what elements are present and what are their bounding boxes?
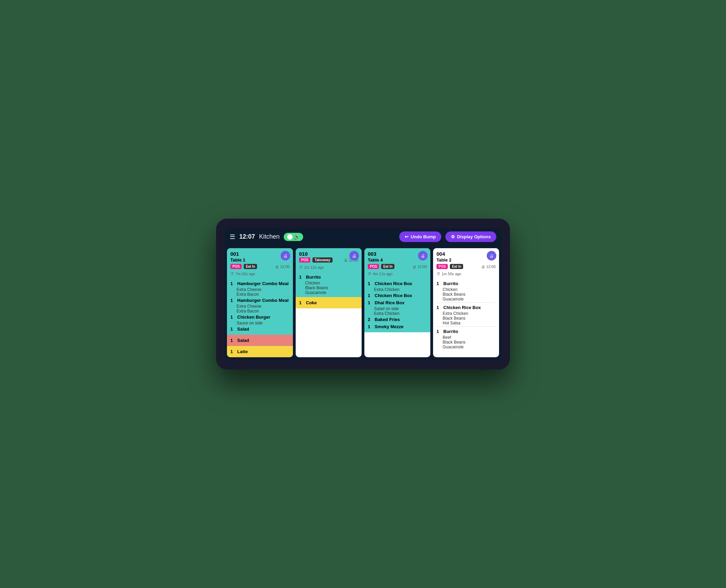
- card-elapsed-003: ⏱ 4m 11s ago: [364, 272, 430, 278]
- card-time-003: 🖨 12:00: [413, 265, 427, 269]
- item-qty: 1: [230, 281, 235, 286]
- item-modifier: Guacamole: [436, 297, 496, 302]
- header: ☰ 12:07 Kitchen 🔊 ↩ Undo Bump ⚙ Display …: [224, 228, 502, 245]
- header-title: Kitchen: [259, 233, 280, 240]
- section-001-0: 1 Hamburger Combo Meal Extra CheeseExtra…: [227, 278, 293, 335]
- card-meta-004: POS Eat In 🖨 12:00: [436, 264, 496, 269]
- item-modifier: Black Beans: [436, 340, 496, 345]
- badge-pos-001: POS: [230, 264, 242, 269]
- order-table-004: Table 2: [436, 257, 496, 263]
- item-name: Dhal Rice Box: [375, 300, 404, 305]
- item-row: 1 Burrito: [436, 328, 496, 335]
- item-modifier: Chicken: [436, 287, 496, 292]
- item-modifier: Extra Chicken: [368, 287, 427, 292]
- display-options-button[interactable]: ⚙ Display Options: [445, 231, 496, 242]
- card-elapsed-010: ⏱ 1m 12s ago: [296, 265, 362, 271]
- print-icon-001[interactable]: 🖨: [281, 251, 290, 260]
- elapsed-icon-004: ⏱: [436, 272, 440, 276]
- item-name: Hamburger Combo Meal: [237, 298, 288, 303]
- item-name: Burrito: [306, 275, 321, 280]
- item-name: Burrito: [443, 281, 458, 286]
- item-modifier: Black Beans: [436, 316, 496, 321]
- item-name: Chicken Rice Box: [375, 281, 412, 286]
- item-qty: 1: [368, 300, 373, 305]
- item-qty: 1: [299, 275, 304, 280]
- item-name: Coke: [306, 300, 317, 305]
- clock-icon-010: 🖨: [344, 258, 348, 262]
- print-icon-004[interactable]: 🖨: [487, 251, 496, 260]
- clock-icon-004: 🖨: [481, 265, 485, 269]
- order-card-004[interactable]: 004 Table 2 POS Eat In 🖨 12:00 🖨 ⏱ 1m 50…: [433, 248, 499, 357]
- order-card-003[interactable]: 003 Table 4 POS Eat In 🖨 12:00 🖨 ⏱ 4m 11…: [364, 248, 430, 357]
- order-card-010[interactable]: 010 POS Takeaway 🖨 12:00 🖨 ⏱ 1m 12s ago …: [296, 248, 362, 357]
- item-qty: 1: [230, 315, 235, 320]
- item-modifier: Guacamole: [436, 345, 496, 349]
- item-row: 2 Baked Fries: [368, 316, 427, 323]
- badge-pos-010: POS: [299, 257, 310, 263]
- item-modifier: Extra Cheese: [230, 287, 290, 292]
- badge-type-001: Eat In: [244, 264, 257, 269]
- undo-icon: ↩: [405, 234, 408, 239]
- elapsed-icon-010: ⏱: [299, 265, 303, 269]
- item-qty: 1: [436, 305, 441, 310]
- undo-bump-button[interactable]: ↩ Undo Bump: [399, 231, 441, 242]
- item-modifier: Extra Bacon: [230, 309, 290, 313]
- item-qty: 1: [230, 298, 235, 303]
- section-004-0: 1 Burrito ChickenBlack BeansGuacamole 1 …: [433, 278, 499, 351]
- elapsed-icon-001: ⏱: [230, 272, 234, 276]
- elapsed-icon-003: ⏱: [368, 272, 372, 276]
- item-qty: 1: [230, 349, 235, 354]
- card-header-001: 001 Table 1 POS Eat In 🖨 12:00 🖨: [227, 248, 293, 272]
- section-001-2: 1 Latte: [227, 346, 293, 357]
- card-meta-003: POS Eat In 🖨 12:00: [368, 264, 427, 269]
- item-modifier: Salad on side: [368, 306, 427, 311]
- section-003-0: 1 Chicken Rice Box Extra Chicken 1 Chick…: [364, 278, 430, 332]
- item-modifier: Beef: [436, 335, 496, 340]
- item-row: 1 Chicken Rice Box: [368, 292, 427, 299]
- sound-toggle[interactable]: 🔊: [284, 233, 303, 241]
- item-row: 1 Chicken Burger: [230, 313, 290, 321]
- item-name: Smoky Mezze: [375, 324, 404, 329]
- card-time-004: 🖨 12:00: [481, 265, 496, 269]
- item-modifier: Extra Chicken: [436, 311, 496, 316]
- badge-type-004: Eat In: [450, 264, 463, 269]
- item-modifier: Extra Cheese: [230, 304, 290, 309]
- hamburger-icon[interactable]: ☰: [230, 233, 235, 241]
- print-icon-003[interactable]: 🖨: [418, 251, 428, 260]
- item-modifier: Black Beans: [299, 285, 358, 290]
- print-icon-010[interactable]: 🖨: [349, 251, 359, 260]
- speaker-icon: 🔊: [294, 234, 300, 240]
- item-row: 1 Hamburger Combo Meal: [230, 280, 290, 287]
- item-qty: 1: [299, 300, 304, 305]
- item-qty: 1: [368, 281, 373, 286]
- item-modifier: Guacamole: [299, 290, 358, 295]
- card-elapsed-001: ⏱ 7m 02s ago: [227, 272, 293, 278]
- item-row: 1 Salad: [230, 325, 290, 333]
- item-name: Salad: [237, 338, 249, 343]
- badge-type-003: Eat In: [381, 264, 394, 269]
- item-row: 1 Latte: [230, 348, 290, 355]
- badge-pos-004: POS: [436, 264, 448, 269]
- card-header-004: 004 Table 2 POS Eat In 🖨 12:00 🖨: [433, 248, 499, 272]
- item-qty: 1: [368, 324, 373, 329]
- order-card-001[interactable]: 001 Table 1 POS Eat In 🖨 12:00 🖨 ⏱ 7m 02…: [227, 248, 293, 357]
- item-modifier: Extra Chicken: [368, 311, 427, 316]
- section-001-1: 1 Salad: [227, 335, 293, 346]
- item-row: 1 Dhal Rice Box: [368, 299, 427, 306]
- toggle-dot: [287, 234, 293, 240]
- item-qty: 1: [436, 329, 441, 334]
- item-row: 1 Chicken Rice Box: [368, 280, 427, 287]
- item-modifier: Hot Salsa: [436, 321, 496, 325]
- item-row: 1 Burrito: [436, 280, 496, 287]
- item-modifier: Extra Bacon: [230, 292, 290, 297]
- section-010-1: 1 Coke: [296, 297, 362, 308]
- item-qty: 1: [230, 326, 235, 332]
- item-qty: 1: [230, 338, 235, 343]
- card-header-010: 010 POS Takeaway 🖨 12:00 🖨: [296, 248, 362, 265]
- order-table-003: Table 4: [368, 257, 427, 263]
- item-name: Chicken Rice Box: [443, 305, 481, 310]
- item-name: Salad: [237, 326, 249, 332]
- card-meta-001: POS Eat In 🖨 12:00: [230, 264, 290, 269]
- clock-icon-001: 🖨: [275, 265, 279, 269]
- card-header-003: 003 Table 4 POS Eat In 🖨 12:00 🖨: [364, 248, 430, 272]
